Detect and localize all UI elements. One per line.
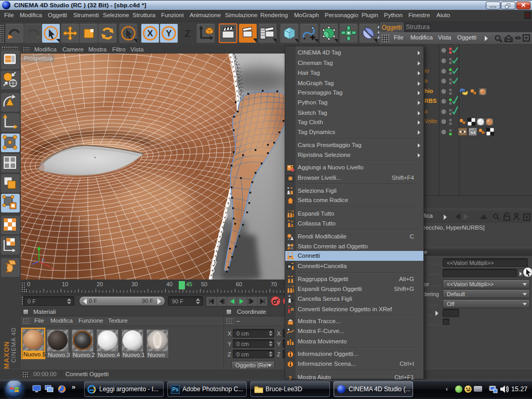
svg-text:Nuovo.2: Nuovo.2 [73, 352, 95, 358]
svg-text:X: X [147, 29, 153, 38]
svg-text:Nuovo.4: Nuovo.4 [98, 352, 120, 358]
svg-text:Nuovo.1: Nuovo.1 [123, 352, 145, 358]
svg-text:Y: Y [166, 29, 172, 38]
svg-text:Nuovo.3: Nuovo.3 [48, 352, 70, 358]
svg-text:X: X [51, 266, 54, 271]
svg-text:Z: Z [184, 28, 191, 39]
svg-text:Nuovo.5: Nuovo.5 [23, 351, 46, 357]
svg-text:Nuovo: Nuovo [148, 352, 165, 358]
svg-text:Z: Z [42, 258, 45, 263]
